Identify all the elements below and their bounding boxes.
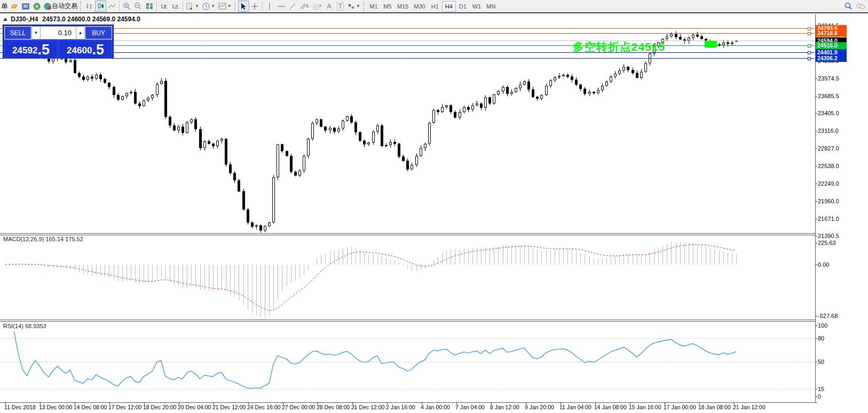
rsi-axis-tick: 100 bbox=[818, 322, 827, 329]
price-axis-tick: 22538.0 bbox=[818, 163, 839, 169]
buy-price-frac: .5 bbox=[92, 42, 104, 57]
date-axis-label: 21 Dec 12:00 bbox=[212, 404, 246, 410]
date-axis-label: 20 Dec 04:00 bbox=[178, 404, 211, 410]
volume-increase-button[interactable]: ▲ bbox=[76, 26, 85, 39]
macd-axis-tick: -527.68 bbox=[818, 313, 838, 319]
buy-price-main: 24600 bbox=[67, 44, 92, 57]
date-axis-label: 28 Dec 08:00 bbox=[317, 404, 350, 410]
date-axis-label: 4 Jan 00:00 bbox=[421, 404, 450, 410]
price-axis-tick: 23685.5 bbox=[818, 93, 839, 99]
mt4-window: 单 自动交易 bbox=[0, 0, 868, 413]
buy-price-display[interactable]: 24600 .5 bbox=[59, 40, 112, 59]
price-axis-tick: 22827.0 bbox=[818, 145, 839, 152]
date-axis-label: 11 Dec 2018 bbox=[4, 404, 36, 410]
date-axis-label: 7 Jan 04:00 bbox=[455, 404, 485, 410]
price-line-tag: 24718.8 bbox=[816, 30, 847, 37]
buy-button[interactable]: BUY bbox=[85, 26, 112, 39]
price-axis-tick: 21671.0 bbox=[818, 216, 839, 222]
date-axis-label: 31 Dec 12:00 bbox=[351, 404, 384, 410]
rsi-axis-tick: 15 bbox=[818, 386, 824, 392]
price-axis-tick: 23405.0 bbox=[818, 110, 839, 116]
price-axis-tick: 21390.5 bbox=[818, 233, 839, 239]
date-axis-label: 17 Dec 12:00 bbox=[108, 404, 141, 410]
macd-axis-tick: 225.63 bbox=[818, 240, 836, 246]
date-axis-label: 14 Jan 08:00 bbox=[594, 404, 627, 410]
date-axis-label: 24 Dec 16:00 bbox=[247, 404, 280, 410]
rsi-axis-tick: 0 bbox=[818, 393, 821, 400]
date-axis-label: 21 Jan 12:00 bbox=[733, 404, 766, 410]
chart-annotation-text: 多空转折点24515 bbox=[573, 39, 665, 54]
sell-price-display[interactable]: 24592 .5 bbox=[4, 40, 58, 59]
rsi-indicator-label: RSI(14) 68.9353 bbox=[3, 323, 46, 329]
price-axis-tick: 23116.0 bbox=[818, 128, 839, 134]
volume-decrease-button[interactable]: ▼ bbox=[31, 26, 41, 39]
volume-input[interactable]: 0.10 bbox=[41, 26, 76, 39]
date-axis-label: 11 Jan 04:00 bbox=[559, 404, 591, 410]
date-axis-label: 18 Jan 08:00 bbox=[698, 404, 731, 410]
price-line-tag: 24515.0 bbox=[816, 42, 847, 49]
sell-price-main: 24592 bbox=[12, 44, 37, 57]
price-axis-tick: 23974.5 bbox=[818, 75, 839, 82]
date-axis-label: 15 Jan 16:00 bbox=[629, 404, 661, 410]
macd-axis-tick: 0.00 bbox=[818, 261, 829, 268]
date-axis-label: 27 Dec 00:00 bbox=[282, 404, 315, 410]
macd-indicator-label: MACD(12,26,9) 165.14 175.52 bbox=[3, 236, 83, 242]
sell-price-frac: .5 bbox=[37, 42, 50, 57]
date-axis-label: 8 Jan 12:00 bbox=[490, 404, 519, 410]
one-click-trading-panel: SELL ▼ 0.10 ▲ BUY 24592 .5 24600 .5 bbox=[3, 25, 114, 59]
date-axis-label: 18 Dec 20:00 bbox=[143, 404, 176, 410]
date-axis-label: 2 Jan 16:00 bbox=[386, 404, 415, 410]
date-axis-label: 17 Jan 00:00 bbox=[664, 404, 696, 410]
rsi-axis-tick: 50 bbox=[818, 359, 824, 365]
price-axis-tick: 21960.0 bbox=[818, 198, 839, 204]
date-axis-label: 9 Jan 20:00 bbox=[525, 404, 554, 410]
price-line-tag: 24306.2 bbox=[816, 55, 847, 62]
sell-button[interactable]: SELL bbox=[4, 26, 31, 39]
chart-canvas[interactable] bbox=[0, 0, 868, 413]
date-axis-label: 14 Dec 08:00 bbox=[74, 404, 107, 410]
date-axis-label: 13 Dec 00:00 bbox=[39, 404, 72, 410]
rsi-axis-tick: 80 bbox=[818, 335, 824, 341]
price-axis-tick: 22249.0 bbox=[818, 180, 839, 187]
